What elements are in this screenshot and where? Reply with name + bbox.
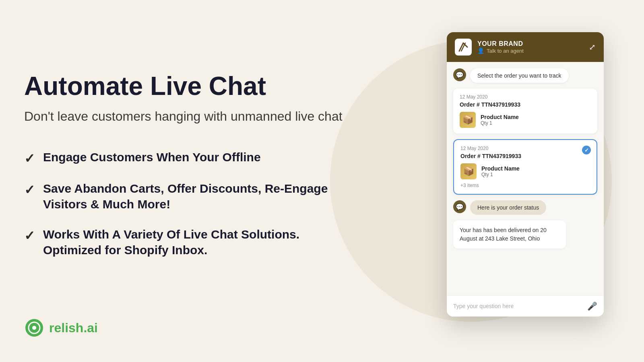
logo-text-black: relish.	[49, 321, 87, 335]
brand-logo	[455, 39, 472, 56]
bot-avatar-icon-2: 💬	[456, 203, 464, 211]
chat-header: YOUR BRAND 👤 Talk to an agent ⤢	[447, 32, 604, 62]
bot-row-select: 💬 Select the order you want to track	[453, 68, 597, 83]
order-number-2: Order # TTN437919933	[460, 153, 590, 159]
product-image-1: 📦	[460, 112, 476, 128]
product-details-1: Product Name Qty 1	[481, 114, 519, 126]
main-title: Automate Live Chat	[24, 72, 354, 100]
product-image-icon-2: 📦	[463, 166, 474, 177]
bot-row-status: 💬 Here is your order status	[453, 200, 597, 215]
order-number-1: Order # TTN437919933	[460, 101, 591, 108]
product-qty-1: Qty 1	[481, 120, 519, 126]
delivery-card: Your has has been delivered on 20 August…	[453, 220, 566, 249]
chat-widget: YOUR BRAND 👤 Talk to an agent ⤢ 💬 Select…	[447, 32, 604, 317]
product-qty-2: Qty 1	[481, 172, 520, 177]
logo-text-green: ai	[87, 321, 98, 335]
feature-text-1: Engage Customers When Your Offline	[43, 149, 261, 165]
order-date-1: 12 May 2020	[460, 94, 591, 100]
chat-header-left: YOUR BRAND 👤 Talk to an agent	[455, 39, 524, 56]
brand-info: YOUR BRAND 👤 Talk to an agent	[477, 40, 524, 54]
logo-area: relish.ai	[24, 318, 98, 338]
bot-avatar-1: 💬	[453, 68, 466, 81]
brand-agent: 👤 Talk to an agent	[477, 47, 524, 54]
feature-text-2: Save Abandon Carts, Offer Discounts, Re-…	[43, 181, 354, 212]
brand-logo-svg	[457, 41, 469, 53]
feature-text-3: Works With A Variety Of Live Chat Soluti…	[43, 226, 354, 258]
order-product-row-2: 📦 Product Name Qty 1	[460, 163, 590, 179]
checkmark-icon-3: ✓	[24, 228, 35, 243]
selected-checkmark: ✓	[582, 146, 591, 154]
product-image-2: 📦	[460, 163, 477, 179]
product-details-2: Product Name Qty 1	[481, 165, 520, 177]
svg-point-2	[32, 326, 36, 330]
order-card-1[interactable]: 12 May 2020 Order # TTN437919933 📦 Produ…	[453, 88, 597, 134]
chat-body: 💬 Select the order you want to track 12 …	[447, 62, 604, 295]
bot-avatar-2: 💬	[453, 200, 466, 213]
chat-input-placeholder[interactable]: Type your question here	[453, 303, 514, 309]
left-panel: Automate Live Chat Don't leave customers…	[24, 0, 354, 362]
order-date-2: 12 May 2020	[460, 146, 590, 151]
order-card-2[interactable]: 12 May 2020 Order # TTN437919933 📦 Produ…	[453, 139, 597, 195]
more-items: +3 items	[460, 183, 590, 188]
brand-name: YOUR BRAND	[477, 40, 524, 47]
status-bubble: Here is your order status	[470, 200, 546, 215]
agent-label: Talk to an agent	[487, 48, 524, 54]
logo-text: relish.ai	[49, 321, 98, 335]
feature-item-2: ✓ Save Abandon Carts, Offer Discounts, R…	[24, 181, 354, 212]
feature-list: ✓ Engage Customers When Your Offline ✓ S…	[24, 149, 354, 258]
checkmark-inner: ✓	[584, 147, 589, 153]
order-product-row-1: 📦 Product Name Qty 1	[460, 112, 591, 128]
feature-item-3: ✓ Works With A Variety Of Live Chat Solu…	[24, 226, 354, 258]
bot-avatar-icon-1: 💬	[456, 71, 464, 79]
checkmark-icon-1: ✓	[24, 151, 35, 166]
svg-line-3	[459, 43, 463, 51]
mic-icon[interactable]: 🎤	[587, 301, 597, 311]
agent-icon: 👤	[477, 47, 484, 54]
status-bubble-text: Here is your order status	[477, 204, 539, 211]
product-name-2: Product Name	[481, 165, 520, 172]
expand-icon[interactable]: ⤢	[589, 42, 596, 52]
feature-item-1: ✓ Engage Customers When Your Offline	[24, 149, 354, 166]
chat-input-area[interactable]: Type your question here 🎤	[447, 295, 604, 317]
delivery-text: Your has has been delivered on 20 August…	[460, 227, 547, 242]
bot-bubble-select: Select the order you want to track	[470, 68, 569, 83]
relish-logo-icon	[24, 318, 44, 338]
bot-bubble-select-text: Select the order you want to track	[477, 72, 561, 79]
product-image-icon-1: 📦	[462, 115, 473, 125]
checkmark-icon-2: ✓	[24, 182, 35, 197]
product-name-1: Product Name	[481, 114, 519, 120]
subtitle: Don't leave customers hanging with unman…	[24, 108, 354, 125]
